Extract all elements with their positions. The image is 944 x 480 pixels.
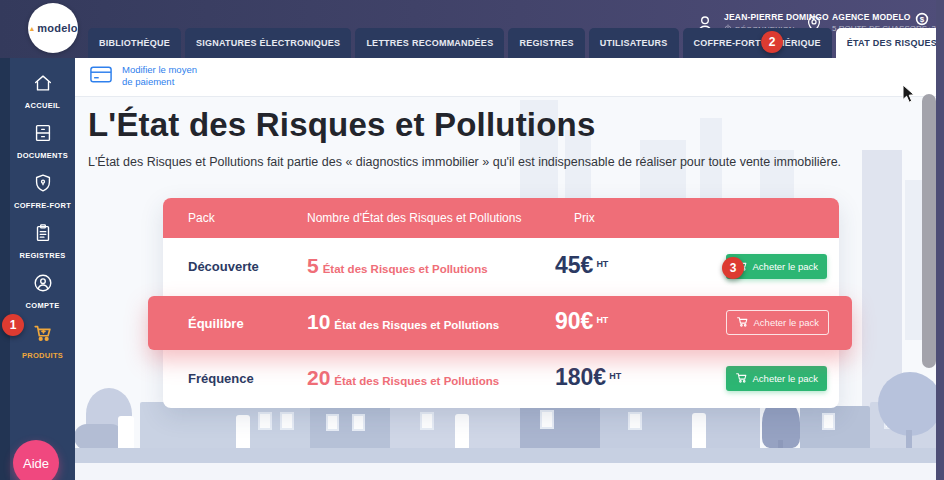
sidebar-item-label: COMPTE <box>26 301 60 310</box>
svg-text:$: $ <box>920 15 925 24</box>
cart-plus-icon <box>32 322 54 348</box>
main-nav-tabs: BIBLIOTHÈQUE SIGNATURES ÉLECTRONIQUES LE… <box>88 28 944 58</box>
column-header-price: Prix <box>574 211 595 225</box>
sidebar-item-label: COFFRE-FORT <box>14 201 71 210</box>
annotation-badge-1: 1 <box>2 314 24 336</box>
sidebar-item-documents[interactable]: DOCUMENTS <box>10 116 75 166</box>
column-header-count: Nombre d'État des Risques et Pollutions <box>307 211 521 225</box>
logo-mark-icon: ▲ <box>28 25 35 32</box>
change-payment-link[interactable]: Modifier le moyen de paiement <box>90 64 197 88</box>
pack-name: Découverte <box>188 259 259 274</box>
price-amount: 45€ <box>555 252 593 278</box>
pack-count-number: 10 <box>307 310 330 333</box>
price-tax: HT <box>596 315 608 325</box>
scrollbar-track <box>936 0 944 480</box>
sidebar-item-accueil[interactable]: ACCUEIL <box>10 66 75 116</box>
credit-card-icon <box>90 66 112 87</box>
subheader-bar: Modifier le moyen de paiement <box>75 58 936 97</box>
scrollbar-thumb[interactable] <box>922 94 936 368</box>
shield-icon <box>32 172 54 198</box>
page-description: L'État des Risques et Pollutions fait pa… <box>88 155 841 169</box>
cart-icon <box>736 315 749 330</box>
tab-coffre-fort-numerique[interactable]: COFFRE-FORT NUMÉRIQUE <box>683 28 832 58</box>
pack-name: Équilibre <box>188 316 244 331</box>
buy-pack-label: Acheter le pack <box>753 373 818 384</box>
price-amount: 90€ <box>555 308 593 334</box>
table-row-frequence: Fréquence 20État des Risques et Pollutio… <box>163 350 839 408</box>
pack-count-unit: État des Risques et Pollutions <box>323 263 488 275</box>
pack-price: 180€HT <box>555 364 621 391</box>
price-tax: HT <box>596 259 608 269</box>
sidebar-item-compte[interactable]: COMPTE <box>10 266 75 316</box>
pack-name: Fréquence <box>188 371 254 386</box>
pack-count: 5État des Risques et Pollutions <box>307 254 488 278</box>
pack-count-number: 20 <box>307 366 330 389</box>
home-icon <box>32 72 54 98</box>
price-amount: 180€ <box>555 364 606 390</box>
tab-lettres-recommandees[interactable]: LETTRES RECOMMANDÉES <box>355 28 504 58</box>
sidebar-item-registres[interactable]: REGISTRES <box>10 216 75 266</box>
tab-registres[interactable]: REGISTRES <box>508 28 584 58</box>
annotation-badge-3: 3 <box>722 257 744 279</box>
sidebar-item-label: PRODUITS <box>22 351 63 360</box>
sidebar-item-label: DOCUMENTS <box>17 151 68 160</box>
buy-pack-label: Acheter le pack <box>754 317 819 328</box>
tab-bibliotheque[interactable]: BIBLIOTHÈQUE <box>88 28 181 58</box>
sidebar-edge-strip <box>0 58 10 480</box>
pack-count-unit: État des Risques et Pollutions <box>334 375 499 387</box>
buy-pack-button[interactable]: Acheter le pack <box>726 366 827 391</box>
price-tax: HT <box>609 371 621 381</box>
top-header: JEAN-PIERRE DOMINGO DÉCONNEXION AGENCE M… <box>0 0 944 58</box>
account-icon <box>32 272 54 298</box>
pack-count-number: 5 <box>307 254 319 277</box>
page-title: L'État des Risques et Pollutions <box>88 106 596 144</box>
pack-price: 45€HT <box>555 252 608 279</box>
clipboard-icon <box>32 222 54 248</box>
table-row-equilibre-highlighted: Équilibre 10État des Risques et Pollutio… <box>148 296 852 350</box>
modelo-logo[interactable]: ▲ modelo <box>28 3 78 53</box>
column-header-pack: Pack <box>188 211 215 225</box>
pricing-table-header: Pack Nombre d'État des Risques et Pollut… <box>163 198 839 238</box>
buy-pack-button-outline[interactable]: Acheter le pack <box>726 310 829 335</box>
sidebar: ACCUEIL DOCUMENTS COFFRE-FORT REGISTRES <box>0 58 75 480</box>
pack-count-unit: État des Risques et Pollutions <box>334 319 499 331</box>
sidebar-item-label: REGISTRES <box>19 251 65 260</box>
sidebar-item-coffre-fort[interactable]: COFFRE-FORT <box>10 166 75 216</box>
annotation-badge-2: 2 <box>761 31 783 53</box>
change-payment-label: Modifier le moyen de paiement <box>122 64 197 88</box>
pack-count: 20État des Risques et Pollutions <box>307 366 499 390</box>
buy-pack-label: Acheter le pack <box>753 261 818 272</box>
tab-utilisateurs[interactable]: UTILISATEURS <box>589 28 679 58</box>
tab-etat-des-risques-et-pollutions[interactable]: ÉTAT DES RISQUES ET POLLUTIONS <box>836 28 944 58</box>
pack-count: 10État des Risques et Pollutions <box>307 310 499 334</box>
documents-drawer-icon <box>32 122 54 148</box>
sidebar-item-label: ACCUEIL <box>25 101 60 110</box>
tab-signatures-electroniques[interactable]: SIGNATURES ÉLECTRONIQUES <box>185 28 351 58</box>
logo-text: modelo <box>37 22 77 34</box>
app-window: L'État des Risques et Pollutions L'État … <box>0 0 944 480</box>
help-button[interactable]: Aide <box>13 440 59 480</box>
cart-icon <box>735 371 748 386</box>
pack-price: 90€HT <box>555 308 608 335</box>
